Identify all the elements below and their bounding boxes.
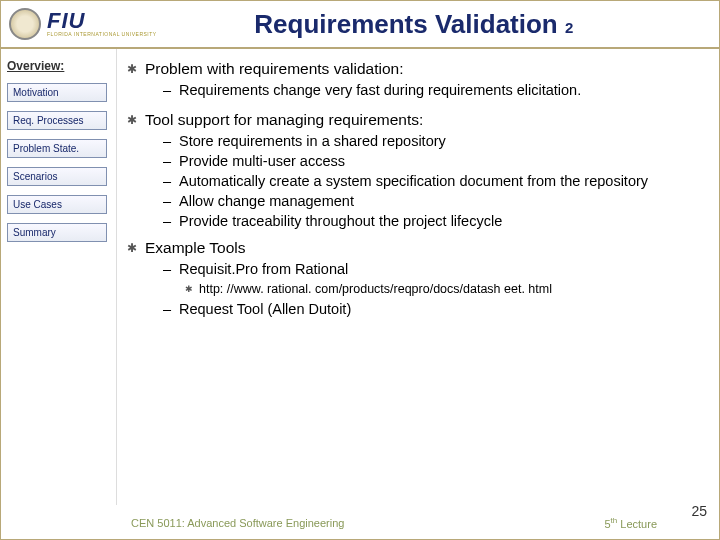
star-icon: ✱ bbox=[185, 281, 199, 297]
sidebar: Overview: Motivation Req. Processes Prob… bbox=[1, 49, 117, 505]
list-item: – Request Tool (Allen Dutoit) bbox=[163, 300, 701, 319]
bullet-2-text: Tool support for managing requirements: bbox=[145, 110, 701, 130]
sidebar-heading: Overview: bbox=[7, 59, 110, 73]
list-item: –Store requirements in a shared reposito… bbox=[163, 132, 701, 151]
url-text: http: //www. rational. com/products/reqp… bbox=[199, 281, 552, 297]
bullet-3-subs: – Requisit.Pro from Rational bbox=[163, 260, 701, 279]
footer-course: CEN 5011: Advanced Software Engineering bbox=[131, 517, 604, 529]
sidebar-item-motivation[interactable]: Motivation bbox=[7, 83, 107, 102]
bullet-3-text: Example Tools bbox=[145, 238, 701, 258]
sidebar-item-use-cases[interactable]: Use Cases bbox=[7, 195, 107, 214]
bullet-1-subs: –Requirements change very fast during re… bbox=[163, 81, 701, 100]
list-item: –Automatically create a system specifica… bbox=[163, 172, 701, 191]
sidebar-item-scenarios[interactable]: Scenarios bbox=[7, 167, 107, 186]
sub-sub-item: ✱ http: //www. rational. com/products/re… bbox=[185, 281, 701, 297]
fiu-logo-block: FIU FLORIDA INTERNATIONAL UNIVERSITY bbox=[47, 11, 157, 37]
page-number: 25 bbox=[691, 503, 707, 519]
list-item: –Provide traceability throughout the pro… bbox=[163, 212, 701, 231]
bullet-3: ✱ Example Tools bbox=[127, 238, 701, 258]
fiu-wordmark: FIU bbox=[47, 11, 157, 31]
title-number: 2 bbox=[565, 19, 573, 36]
list-item: –Provide multi-user access bbox=[163, 152, 701, 171]
list-item: –Requirements change very fast during re… bbox=[163, 81, 701, 100]
bullet-2-subs: –Store requirements in a shared reposito… bbox=[163, 132, 701, 230]
slide-title: Requirements Validation 2 bbox=[157, 9, 711, 40]
sidebar-item-req-processes[interactable]: Req. Processes bbox=[7, 111, 107, 130]
fiu-subtitle: FLORIDA INTERNATIONAL UNIVERSITY bbox=[47, 31, 157, 37]
sidebar-item-summary[interactable]: Summary bbox=[7, 223, 107, 242]
list-item: – Requisit.Pro from Rational bbox=[163, 260, 701, 279]
bullet-1-text: Problem with requirements validation: bbox=[145, 59, 701, 79]
sidebar-item-problem-state[interactable]: Problem State. bbox=[7, 139, 107, 158]
fiu-seal-icon bbox=[9, 8, 41, 40]
star-icon: ✱ bbox=[127, 110, 145, 129]
bullet-1: ✱ Problem with requirements validation: bbox=[127, 59, 701, 79]
footer-lecture: 5th Lecture bbox=[604, 516, 657, 530]
title-main: Requirements Validation bbox=[254, 9, 557, 39]
content: ✱ Problem with requirements validation: … bbox=[117, 49, 719, 505]
list-item: –Allow change management bbox=[163, 192, 701, 211]
header: FIU FLORIDA INTERNATIONAL UNIVERSITY Req… bbox=[1, 1, 719, 49]
bullet-2: ✱ Tool support for managing requirements… bbox=[127, 110, 701, 130]
body: Overview: Motivation Req. Processes Prob… bbox=[1, 49, 719, 505]
star-icon: ✱ bbox=[127, 59, 145, 78]
star-icon: ✱ bbox=[127, 238, 145, 257]
bullet-3-subs-cont: – Request Tool (Allen Dutoit) bbox=[163, 300, 701, 319]
footer: CEN 5011: Advanced Software Engineering … bbox=[1, 513, 719, 533]
